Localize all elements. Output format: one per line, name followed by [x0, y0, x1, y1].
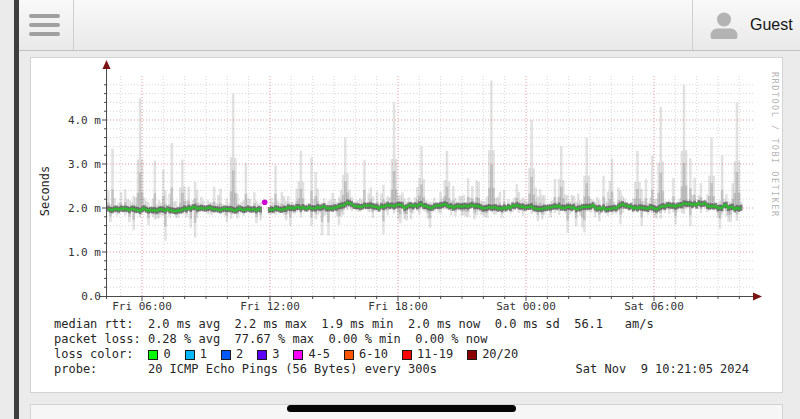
svg-text:Sat 00:00: Sat 00:00: [496, 300, 556, 313]
latency-graph[interactable]: 4.0 m3.0 m2.0 m1.0 m0.0Fri 06:00Fri 12:0…: [31, 58, 784, 315]
user-avatar-icon: [709, 12, 739, 39]
menu-icon: [29, 23, 60, 27]
menu-button[interactable]: [19, 0, 74, 50]
loss-color-swatch: [185, 350, 195, 360]
timestamp: Sat Nov 9 10:21:05 2024: [576, 362, 749, 377]
loss-color-legend: loss color:01234-56-1011-1920/20: [54, 347, 772, 362]
svg-text:0.0: 0.0: [81, 290, 101, 303]
svg-text:2.0 m: 2.0 m: [68, 202, 101, 215]
loss-color-swatch: [402, 350, 412, 360]
loss-color-swatches: 01234-56-1011-1920/20: [148, 347, 532, 362]
median-rtt-stats: median rtt: 2.0 ms avg 2.2 ms max 1.9 ms…: [54, 317, 772, 332]
packet-loss-stats: packet loss: 0.28 % avg 77.67 % max 0.00…: [54, 332, 772, 347]
loss-color-item: 4-5: [293, 347, 330, 362]
menu-icon: [29, 14, 60, 18]
loss-color-value: 6-10: [359, 347, 388, 362]
loss-color-value: 1: [200, 347, 207, 362]
top-bar: Guest: [19, 0, 800, 51]
svg-text:Sat 06:00: Sat 06:00: [624, 300, 684, 313]
svg-text:Fri 06:00: Fri 06:00: [112, 300, 172, 313]
svg-text:Seconds: Seconds: [38, 166, 52, 217]
user-menu[interactable]: Guest: [692, 0, 800, 50]
loss-color-item: 6-10: [344, 347, 388, 362]
loss-color-item: 3: [257, 347, 279, 362]
svg-text:Fri 12:00: Fri 12:00: [240, 300, 300, 313]
loss-color-swatch: [467, 350, 477, 360]
menu-icon: [29, 32, 60, 36]
user-name: Guest: [750, 16, 793, 34]
loss-color-swatch: [344, 350, 354, 360]
loss-color-value: 20/20: [482, 347, 518, 362]
loss-color-item: 1: [185, 347, 207, 362]
screen: Guest 4.0 m3.0 m2.0 m1.0 m0.0Fri 06:00Fr…: [0, 0, 800, 419]
loss-color-item: 20/20: [467, 347, 518, 362]
svg-text:4.0 m: 4.0 m: [68, 114, 101, 127]
loss-color-item: 2: [221, 347, 243, 362]
loss-color-value: 0: [163, 347, 170, 362]
loss-color-swatch: [221, 350, 231, 360]
probe-info: probe: 20 ICMP Echo Pings (56 Bytes) eve…: [54, 362, 772, 377]
loss-color-swatch: [148, 350, 158, 360]
svg-text:3.0 m: 3.0 m: [68, 158, 101, 171]
loss-color-item: 11-19: [402, 347, 453, 362]
loss-color-value: 11-19: [417, 347, 453, 362]
horizontal-scrollbar-thumb[interactable]: [287, 405, 516, 412]
loss-color-value: 2: [236, 347, 243, 362]
loss-color-swatch: [293, 350, 303, 360]
probe-text: probe: 20 ICMP Echo Pings (56 Bytes) eve…: [54, 362, 437, 376]
svg-text:1.0 m: 1.0 m: [68, 246, 101, 259]
loss-color-item: 0: [148, 347, 170, 362]
svg-text:Fri 18:00: Fri 18:00: [368, 300, 428, 313]
loss-color-value: 3: [272, 347, 279, 362]
left-edge-bar: [14, 0, 19, 419]
loss-color-label: loss color:: [54, 347, 133, 362]
loss-color-swatch: [257, 350, 267, 360]
svg-text:RRDTOOL / TOBI OETIKER: RRDTOOL / TOBI OETIKER: [770, 72, 780, 218]
graph-legend: median rtt: 2.0 ms avg 2.2 ms max 1.9 ms…: [54, 317, 772, 377]
loss-color-value: 4-5: [308, 347, 330, 362]
graph-panel: 4.0 m3.0 m2.0 m1.0 m0.0Fri 06:00Fri 12:0…: [30, 57, 783, 393]
